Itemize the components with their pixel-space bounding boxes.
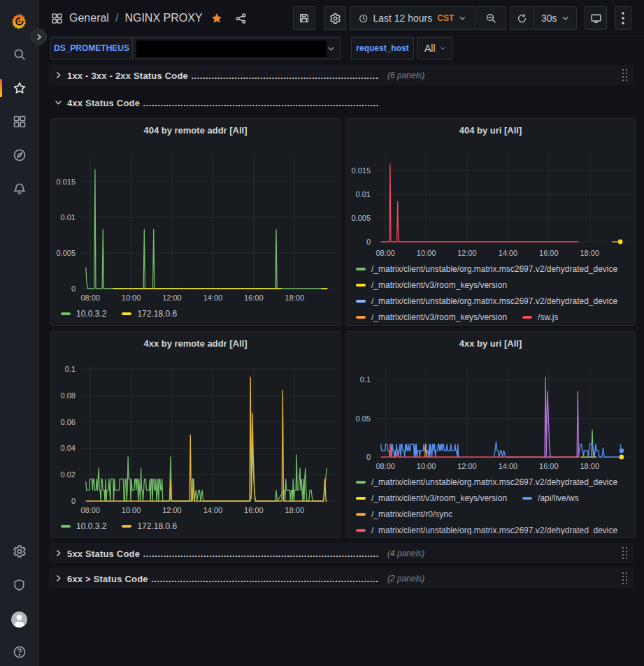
legend-label[interactable]: /_matrix/client/v3/room_keys/version <box>371 493 507 503</box>
svg-text:12:00: 12:00 <box>457 462 477 470</box>
row-header-1xx[interactable]: 1xx - 3xx - 2xx Status Code ............… <box>49 65 634 85</box>
favorite-star-button[interactable] <box>210 12 223 24</box>
legend-item[interactable]: 172.18.0.6 <box>122 309 177 319</box>
breadcrumb-folder[interactable]: General <box>69 12 109 24</box>
svg-text:10:00: 10:00 <box>122 294 141 302</box>
time-series-chart[interactable]: 00.020.040.060.080.108:0010:0012:0014:00… <box>51 332 340 537</box>
svg-text:0.005: 0.005 <box>351 214 371 222</box>
row-title-dots: ........................................… <box>143 549 379 559</box>
sidebar-item-starred[interactable] <box>0 74 38 102</box>
variable-value: All <box>424 43 436 54</box>
legend-label[interactable]: /_matrix/client/unstable/org.matrix.msc2… <box>371 296 617 306</box>
legend-label[interactable]: /_matrix/client/v3/room_keys/version <box>371 280 507 290</box>
chevron-right-icon <box>49 574 67 582</box>
legend-label[interactable]: 172.18.0.6 <box>137 309 177 319</box>
legend-label[interactable]: /_matrix/client/unstable/org.matrix.msc2… <box>371 477 617 487</box>
row-title[interactable]: 6xx > Status Code <box>67 574 148 584</box>
zoom-out-time-button[interactable] <box>475 6 506 30</box>
row-panel-count: (2 panels) <box>387 574 424 584</box>
legend-item[interactable]: /_matrix/client/v3/room_keys/version <box>356 280 507 290</box>
sidebar-item-help[interactable] <box>0 638 38 666</box>
submenu: DS_PROMETHEUS request_host All <box>39 36 644 63</box>
variable-label[interactable]: DS_PROMETHEUS <box>50 37 133 59</box>
svg-text:08:00: 08:00 <box>375 249 395 257</box>
row-drag-handle[interactable] <box>617 546 631 560</box>
legend-label[interactable]: /_matrix/client/unstable/org.matrix.msc2… <box>371 264 617 274</box>
share-button[interactable] <box>235 13 247 24</box>
refresh-interval-dropdown[interactable]: 30s <box>534 6 577 30</box>
panel-4xx-by-remote-addr: 4xx by remote addr [All]00.020.040.060.0… <box>50 331 341 538</box>
legend-item[interactable]: /api/live/ws <box>522 493 579 503</box>
legend-item[interactable]: 10.0.3.2 <box>61 309 106 319</box>
dashboard-title[interactable]: NGINX PROXY <box>124 12 202 24</box>
svg-text:18:00: 18:00 <box>285 294 304 302</box>
refresh-icon <box>517 13 527 24</box>
panel-404-by-remote-addr: 404 by remote addr [All]00.0050.010.0150… <box>50 118 341 326</box>
svg-text:0.1: 0.1 <box>65 365 76 373</box>
kebab-menu-button[interactable] <box>615 6 631 30</box>
row-title[interactable]: 1xx - 3xx - 2xx Status Code <box>67 71 188 81</box>
legend-item[interactable]: /_matrix/client/unstable/org.matrix.msc2… <box>356 477 617 487</box>
row-title[interactable]: 5xx Status Code <box>67 549 140 559</box>
chart-legend: 10.0.3.2172.18.0.6 <box>61 520 340 537</box>
topbar-actions: Last 12 hours CST <box>293 6 631 30</box>
legend-label[interactable]: 10.0.3.2 <box>76 521 106 531</box>
legend-item[interactable]: /_matrix/client/v3/room_keys/version <box>356 493 507 503</box>
time-range-button[interactable]: Last 12 hours CST <box>350 6 475 30</box>
legend-label[interactable]: /_matrix/client/unstable/org.matrix.msc2… <box>371 526 617 535</box>
legend-label[interactable]: /_matrix/client/v3/room_keys/version <box>371 312 507 322</box>
legend-item[interactable]: /_matrix/client/r0/sync <box>356 509 452 519</box>
svg-text:16:00: 16:00 <box>244 294 264 302</box>
user-avatar[interactable] <box>0 605 38 633</box>
chart-legend: /_matrix/client/unstable/org.matrix.msc2… <box>356 261 635 322</box>
cycle-view-mode-button[interactable] <box>585 6 607 30</box>
variable-label[interactable]: request_host <box>351 37 414 59</box>
star-icon <box>13 81 27 95</box>
svg-text:16:00: 16:00 <box>244 506 264 514</box>
legend-item[interactable]: /_matrix/client/unstable/org.matrix.msc2… <box>356 264 617 274</box>
sidebar-item-search[interactable] <box>0 41 38 68</box>
svg-text:0.015: 0.015 <box>56 178 76 186</box>
row-header-5xx[interactable]: 5xx Status Code ........................… <box>49 543 634 563</box>
legend-label[interactable]: /api/live/ws <box>538 493 579 503</box>
legend-item[interactable]: 172.18.0.6 <box>122 521 177 531</box>
svg-text:0.08: 0.08 <box>61 391 76 400</box>
row-header-6xx[interactable]: 6xx > Status Code ......................… <box>49 568 634 588</box>
refresh-button[interactable] <box>510 6 534 30</box>
sidebar-item-server-admin[interactable] <box>0 571 38 599</box>
row-drag-handle[interactable] <box>617 68 631 82</box>
sidebar-item-dashboards[interactable] <box>0 108 38 136</box>
avatar-icon <box>10 611 28 628</box>
legend-item[interactable]: 10.0.3.2 <box>61 521 106 531</box>
legend-label[interactable]: 10.0.3.2 <box>76 309 106 319</box>
svg-text:18:00: 18:00 <box>285 506 304 514</box>
variable-value-dropdown[interactable]: All <box>417 37 452 59</box>
legend-swatch <box>356 284 366 287</box>
sidebar-item-explore[interactable] <box>0 141 38 169</box>
breadcrumb: General / NGINX PROXY <box>51 0 247 36</box>
legend-label[interactable]: 172.18.0.6 <box>137 521 177 531</box>
apps-grid-icon <box>51 13 63 24</box>
legend-item[interactable]: /_matrix/client/unstable/org.matrix.msc2… <box>356 296 617 306</box>
topbar: General / NGINX PROXY <box>39 0 644 36</box>
sidebar-item-alerting[interactable] <box>0 175 38 203</box>
row-header-4xx[interactable]: 4xx Status Code ........................… <box>49 92 634 113</box>
chevron-down-icon <box>327 44 336 53</box>
sidebar-item-configuration[interactable] <box>0 537 38 565</box>
legend-label[interactable]: /sw.js <box>538 312 558 322</box>
save-dashboard-button[interactable] <box>293 6 315 30</box>
time-series-chart[interactable]: 00.0050.010.01508:0010:0012:0014:0016:00… <box>51 119 340 325</box>
row-title[interactable]: 4xx Status Code <box>67 98 140 108</box>
variable-value-dropdown[interactable] <box>133 37 341 59</box>
legend-swatch <box>356 481 366 484</box>
sidebar-expand-button[interactable] <box>31 29 47 45</box>
row-drag-handle[interactable] <box>617 571 631 586</box>
legend-item[interactable]: /sw.js <box>522 312 558 322</box>
dashboard-settings-button[interactable] <box>324 6 346 30</box>
legend-item[interactable]: /_matrix/client/v3/room_keys/version <box>356 312 507 322</box>
svg-text:16:00: 16:00 <box>539 249 559 257</box>
chevron-down-icon <box>561 14 569 22</box>
svg-text:0.005: 0.005 <box>56 249 76 257</box>
legend-item[interactable]: /_matrix/client/unstable/org.matrix.msc2… <box>356 526 617 535</box>
legend-label[interactable]: /_matrix/client/r0/sync <box>371 509 452 519</box>
